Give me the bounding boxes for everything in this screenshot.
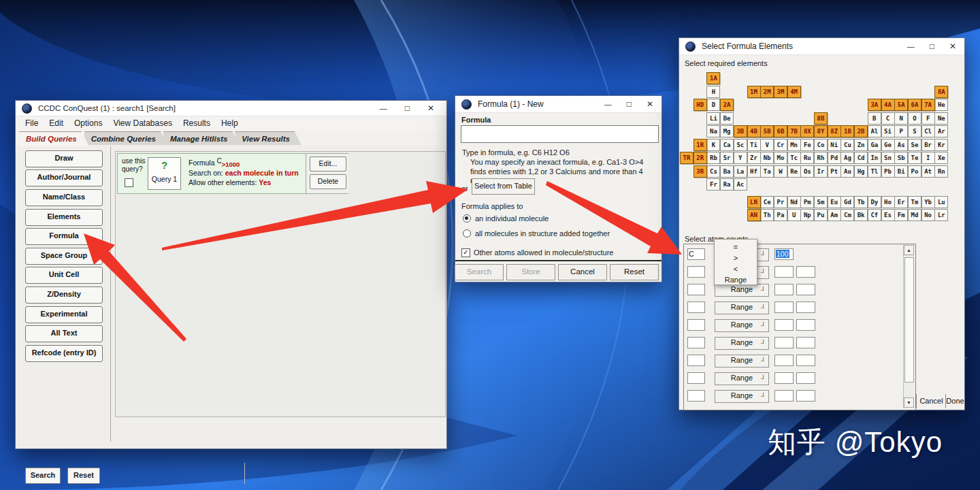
element-cell-2A[interactable]: 2A [720,99,734,111]
element-cell-Au[interactable]: Au [840,165,854,178]
atom-element-field-8[interactable] [687,372,705,384]
element-cell-4A[interactable]: 4A [881,99,895,111]
element-cell-Sb[interactable]: Sb [894,152,908,164]
atom-op-dropdown-8[interactable]: Range┘ [715,372,769,385]
sidebar-item-space-group[interactable]: Space Group [25,248,103,265]
element-cell-D[interactable]: D [706,99,720,111]
element-cell-Pm[interactable]: Pm [800,196,814,208]
atom-value2-field-2[interactable] [796,266,815,278]
element-cell-Ba[interactable]: Ba [720,165,734,178]
element-cell-Hg[interactable]: Hg [854,165,868,178]
element-cell-5B[interactable]: 5B [760,125,774,137]
cancel-button[interactable]: Cancel [558,264,607,280]
element-cell-Pr[interactable]: Pr [774,196,787,208]
element-cell-Dy[interactable]: Dy [868,196,881,208]
atom-value1-field-7[interactable] [774,355,794,366]
element-cell-Ne[interactable]: Ne [934,112,948,125]
element-cell-Fr[interactable]: Fr [706,178,720,191]
element-cell-1B[interactable]: 1B [840,125,854,137]
element-cell-2B[interactable]: 2B [854,125,868,137]
element-cell-Fe[interactable]: Fe [800,139,814,151]
element-cell-In[interactable]: In [868,152,881,164]
element-cell-6A[interactable]: 6A [908,99,921,111]
element-cell-Cu[interactable]: Cu [840,139,854,151]
tab-view-results[interactable]: View Results [235,131,302,146]
other-atoms-checkbox[interactable]: ✓ [461,248,470,257]
element-cell-Zn[interactable]: Zn [854,139,868,151]
element-cell-Cd[interactable]: Cd [854,152,868,164]
menu-view-databases[interactable]: View Databases [108,117,178,129]
conquest-titlebar[interactable]: CCDC ConQuest (1) : search1 [Search] — □… [16,101,446,116]
element-cell-Sm[interactable]: Sm [814,196,828,208]
element-cell-Ar[interactable]: Ar [934,125,948,137]
op-menu-item-equals[interactable]: = [715,242,757,253]
element-cell-Cf[interactable]: Cf [868,209,881,221]
element-cell-Tb[interactable]: Tb [854,196,868,208]
element-cell-Br[interactable]: Br [921,139,935,151]
element-cell-Ag[interactable]: Ag [840,152,854,164]
atom-value2-field-5[interactable] [796,319,815,331]
element-cell-Ge[interactable]: Ge [881,139,895,151]
close-icon[interactable]: ✕ [427,105,434,112]
atom-value1-field-3[interactable] [774,284,794,295]
element-cell-Rb[interactable]: Rb [706,152,720,164]
scrollbar-thumb[interactable] [904,257,914,382]
element-cell-Th[interactable]: Th [760,209,774,221]
element-cell-Se[interactable]: Se [908,139,921,151]
radio-an-individual-molecule[interactable] [463,214,471,223]
element-cell-Po[interactable]: Po [908,165,921,178]
element-cell-Zr[interactable]: Zr [747,152,761,164]
element-cell-8Y[interactable]: 8Y [814,125,828,137]
element-cell-Pb[interactable]: Pb [881,165,895,178]
element-cell-TR[interactable]: TR [680,152,693,164]
element-cell-1A[interactable]: 1A [706,72,720,84]
close-icon[interactable]: ✕ [647,101,653,108]
element-cell-Co[interactable]: Co [814,139,828,151]
element-cell-Lr[interactable]: Lr [934,209,948,221]
element-cell-Li[interactable]: Li [706,112,720,125]
element-cell-Kr[interactable]: Kr [934,139,948,151]
formula-input[interactable] [461,125,659,143]
element-cell-He[interactable]: He [934,99,948,111]
element-cell-Re[interactable]: Re [787,165,801,178]
element-cell-Ce[interactable]: Ce [760,196,774,208]
element-cell-Sc[interactable]: Sc [734,139,747,151]
element-cell-Cs[interactable]: Cs [706,165,720,178]
element-cell-U[interactable]: U [787,209,801,221]
minimize-icon[interactable]: — [380,105,387,112]
atom-element-field-6[interactable] [687,337,705,348]
select-from-table-button[interactable]: Select from Table [472,178,535,195]
element-cell-Tl[interactable]: Tl [868,165,881,178]
atom-element-field-7[interactable] [687,355,705,366]
element-cell-Am[interactable]: Am [828,209,841,221]
elements-done-button[interactable]: Done [945,394,964,408]
element-cell-N[interactable]: N [894,112,908,125]
element-cell-F[interactable]: F [921,112,935,125]
atom-value2-field-9[interactable] [796,390,815,402]
element-cell-S[interactable]: S [908,125,921,137]
element-cell-1M[interactable]: 1M [747,86,761,98]
atom-value1-field-5[interactable] [774,319,794,331]
element-cell-Mn[interactable]: Mn [787,139,801,151]
element-cell-Ca[interactable]: Ca [720,139,734,151]
element-cell-Sn[interactable]: Sn [881,152,895,164]
maximize-icon[interactable]: □ [930,43,934,50]
element-cell-K[interactable]: K [706,139,720,151]
element-cell-AN[interactable]: AN [747,209,761,221]
conquest-reset-button[interactable]: Reset [67,468,100,484]
atom-op-dropdown-4[interactable]: Range┘ [715,301,769,314]
atom-value2-field-8[interactable] [796,372,815,384]
tab-build-queries[interactable]: Build Queries [19,131,89,146]
element-cell-Na[interactable]: Na [706,125,720,137]
atom-value1-field-4[interactable] [774,301,794,313]
atom-value2-field-3[interactable] [796,284,815,295]
elements-dialog-titlebar[interactable]: Select Formula Elements — □ ✕ [679,38,964,55]
element-cell-Nb[interactable]: Nb [760,152,774,164]
element-cell-Ta[interactable]: Ta [760,165,774,178]
menu-options[interactable]: Options [69,117,108,129]
element-cell-2R[interactable]: 2R [693,152,707,164]
tab-combine-queries[interactable]: Combine Queries [84,131,168,146]
element-cell-Cr[interactable]: Cr [774,139,787,151]
element-cell-Np[interactable]: Np [800,209,814,221]
atom-op-dropdown-5[interactable]: Range┘ [715,319,769,332]
